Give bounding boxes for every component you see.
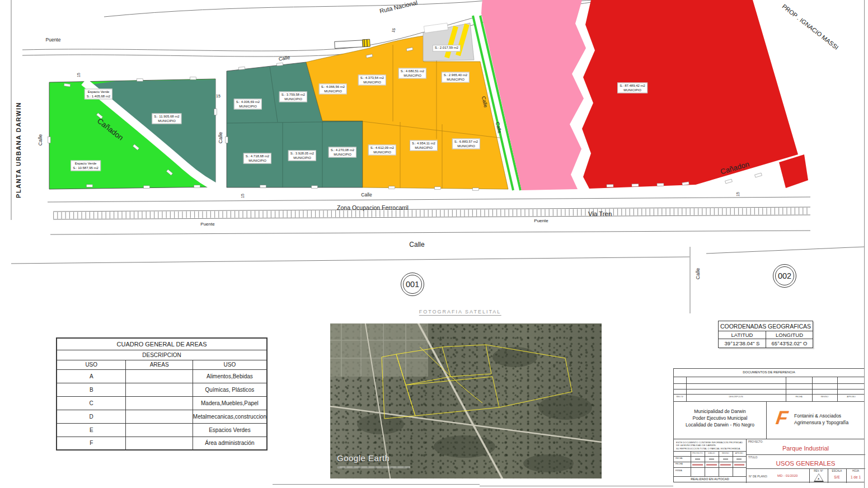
- sig-row-firma: FIRMA: [675, 470, 682, 472]
- legend-row-d: D Metalmecanicas,construccion: [57, 410, 267, 423]
- legend-table: CUADRO GENERAL DE AREAS DESCRIPCION USO …: [56, 337, 268, 451]
- calle-label-right-vertical: Calle: [695, 268, 701, 280]
- satellite-photo: Google Earth: [330, 323, 602, 478]
- calle-label-big: Calle: [409, 241, 424, 248]
- parcel-label-4718: S.: 4.718,68 m2MUNICIPIO: [243, 153, 271, 164]
- rev-value: A: [809, 477, 828, 480]
- hoja-value: 1 de 1: [846, 475, 865, 479]
- legend-title: CUADRO GENERAL DE AREAS: [57, 338, 267, 350]
- proyecto-label: PROYECTO:: [748, 440, 763, 443]
- sig-row-inicial: INICIAL: [675, 457, 683, 459]
- docs-header-rev: REV. N°: [674, 396, 686, 398]
- rev-label: REV. N°: [809, 470, 828, 472]
- latitude-value: 39°12'38.04" S: [719, 339, 766, 348]
- red-block: [582, 0, 808, 189]
- plan-sheet: Puente Ruta Nacional PROP . IGNACIO MASS…: [0, 0, 868, 488]
- parcel-label-4612: S.: 4.612,09 m2MUNICIPIO: [368, 145, 396, 156]
- legend-row-b: B Químicas, Plásticos: [57, 383, 267, 396]
- puente-label-top: Puente: [46, 37, 61, 43]
- parcel-label-espacio-verde-1: Espacio VerdeS.: 1.405,68 m2: [85, 89, 112, 100]
- proyecto-value: Parque Industrial: [746, 445, 865, 452]
- parcel-label-87489: S.: 87.489,42 m2MUNICIPIO: [617, 83, 648, 93]
- autocad-note: REALIZADO EN AUTOCAD: [674, 477, 746, 481]
- legend-row-e: E Espacios Verdes: [57, 423, 267, 437]
- title-block: DOCUMENTOS DE REFERENCIA REV. N° DESCRIP…: [673, 368, 865, 482]
- coordinates-table: COORDENADAS GEOGRAFICAS LATITUD LONGITUD…: [718, 321, 813, 348]
- parcel-label-3759: S.: 3.759,58 m2MUNICIPIO: [279, 92, 307, 102]
- sig-header-proyecto: PROYECTO: [691, 452, 705, 454]
- planta-urbana-darwin-label: PLANTA URBANA DARWIN: [15, 102, 22, 198]
- photo-attribution-smudge: [337, 466, 410, 468]
- longitude-value: 65°43'52.02" O: [766, 339, 813, 348]
- escala-label: ESCALA: [828, 470, 846, 472]
- plano-label: N° DE PLANO:: [749, 475, 768, 478]
- railway-track: [53, 211, 810, 215]
- firm-name: Fontanini & Asociados Agrimensura y Topo…: [794, 412, 848, 426]
- titulo-label: TITULO:: [748, 456, 758, 459]
- parcel-label-4680: S.: 4.680,51 m2MUNICIPIO: [398, 68, 426, 79]
- parcel-label-espacio-verde-2: Espacio VerdeS.: 10.587,95 m2: [71, 161, 101, 171]
- disclaimer-text: ESTE DOCUMENTO CONTIENE INFORMACION PROP…: [676, 441, 746, 450]
- parcel-label-4954: S.: 4.954,11 m2MUNICIPIO: [410, 140, 438, 151]
- page-border-bottom-1: [273, 484, 480, 485]
- legend-row-f: F Área administración: [57, 437, 267, 450]
- google-earth-watermark: Google Earth: [337, 453, 390, 463]
- coordinates-title: COORDENADAS GEOGRAFICAS: [719, 321, 813, 331]
- docs-header-fecha: FECHA: [786, 396, 812, 398]
- parcel-label-2965: S.: 2.965,40 m2MUNICIPIO: [442, 72, 470, 83]
- legend-subtitle: DESCRIPCION: [57, 350, 267, 360]
- sig-header-aprobo: APROBO: [733, 452, 746, 454]
- puente-label-rail-right: Puente: [534, 218, 548, 223]
- escala-value: S/E: [828, 475, 846, 479]
- legend-header-areas: AREAS: [126, 360, 193, 369]
- width-15-label: 15: [736, 192, 740, 196]
- via-tren-label: Via Tren: [588, 210, 612, 217]
- longitude-header: LONGITUD: [766, 331, 813, 339]
- satellite-photo-title: FOTOGRAFIA SATELITAL: [419, 309, 501, 316]
- node-marker-001: 001: [401, 273, 424, 296]
- espacios-verdes-block: [49, 79, 223, 191]
- docs-title: DOCUMENTOS DE REFERENCIA: [674, 370, 864, 374]
- titulo-value: USOS GENERALES: [746, 460, 865, 467]
- calle-label-mid-vertical: Calle: [218, 132, 223, 144]
- docs-header-reviso: REVISO: [812, 396, 837, 398]
- node-marker-002: 002: [773, 264, 796, 288]
- parcel-label-2017: S.: 2.017,59 m2: [433, 45, 461, 51]
- docs-header-descripcion: DESCRIPCION: [686, 396, 786, 398]
- organization-name: Municipalidad de Darwin Poder Ejecutivo …: [674, 408, 766, 428]
- plano-value: MD - 01/2020: [777, 474, 797, 477]
- calle-label-under-parcels: Calle: [361, 192, 372, 198]
- page-border-bottom-2: [480, 486, 673, 486]
- calle-label-left-vertical: Calle: [37, 134, 43, 146]
- sig-header-reviso: REVISO: [719, 452, 733, 454]
- sig-row-fecha: FECHA: [675, 463, 683, 465]
- parcel-label-4373: S.: 4.373,54 m2MUNICIPIO: [358, 75, 386, 86]
- parcel-label-6883: S.: 6.883,57 m2MUNICIPIO: [452, 139, 480, 149]
- width-15-label: 15: [216, 94, 220, 98]
- legend-row-c: C Madera,Muebles,Papel: [57, 396, 267, 410]
- fontanini-logo: F: [775, 408, 790, 427]
- latitude-header: LATITUD: [719, 331, 766, 339]
- parcel-label-4006: S.: 4.006,69 m2MUNICIPIO: [234, 99, 262, 110]
- legend-header-uso2: USO: [193, 360, 267, 369]
- legend-row-a: A Alimentos,Bebidas: [57, 369, 267, 383]
- zona-ocupacion-ferrocarril-label: Zona Ocupacion Ferrocarril: [337, 204, 409, 211]
- admin-parcel: [423, 23, 474, 61]
- parcel-label-3928: S.: 3.928,05 m2MUNICIPIO: [288, 151, 316, 161]
- parcel-label-4270: S.: 4.270,08 m2MUNICIPIO: [329, 147, 356, 158]
- hoja-label: HOJA: [846, 470, 865, 472]
- sig-header-dibujo: DIBUJO: [705, 452, 719, 454]
- width-15-label: 15: [77, 73, 81, 77]
- parcel-label-11905: S.: 11.905,68 m2MUNICIPIO: [152, 114, 181, 124]
- parcel-label-4066: S.: 4.066,56 m2MUNICIPIO: [319, 84, 347, 95]
- puente-label-rail-left: Puente: [200, 222, 214, 227]
- page-border-right: [864, 0, 865, 488]
- truck-icon: [335, 39, 370, 48]
- legend-header-uso: USO: [57, 360, 126, 369]
- docs-header-aprobo: APROBO: [837, 396, 865, 398]
- width-15-label: 15: [241, 194, 245, 198]
